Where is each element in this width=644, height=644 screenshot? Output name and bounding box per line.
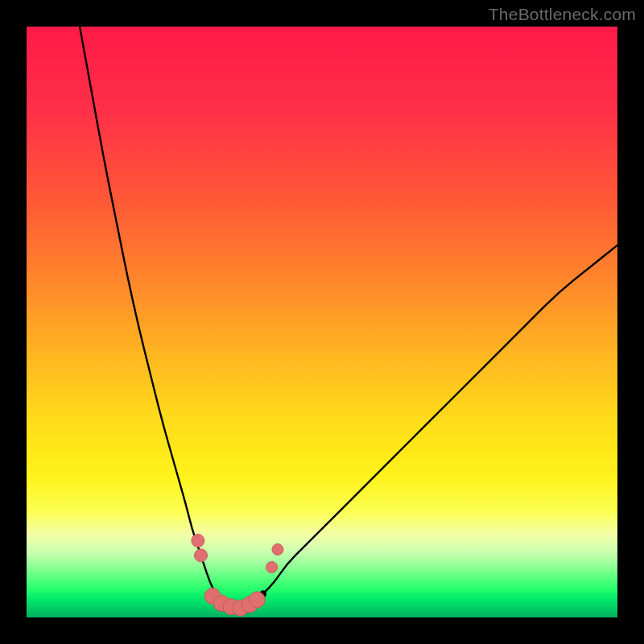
curve-lines <box>80 27 617 611</box>
watermark-text: TheBottleneck.com <box>489 5 636 24</box>
marker-right-cluster-upper <box>272 544 283 555</box>
marker-left-cluster-lower <box>195 549 208 562</box>
marker-floor-f <box>249 592 265 608</box>
marker-right-cluster-lower <box>266 562 278 573</box>
plot-area <box>27 27 617 617</box>
marker-left-cluster-upper <box>192 535 204 547</box>
series-left-branch <box>80 27 216 594</box>
curve-markers <box>192 535 283 617</box>
bottleneck-curve <box>27 27 617 617</box>
chart-frame: TheBottleneck.com <box>0 0 644 644</box>
series-right-branch <box>263 246 617 594</box>
